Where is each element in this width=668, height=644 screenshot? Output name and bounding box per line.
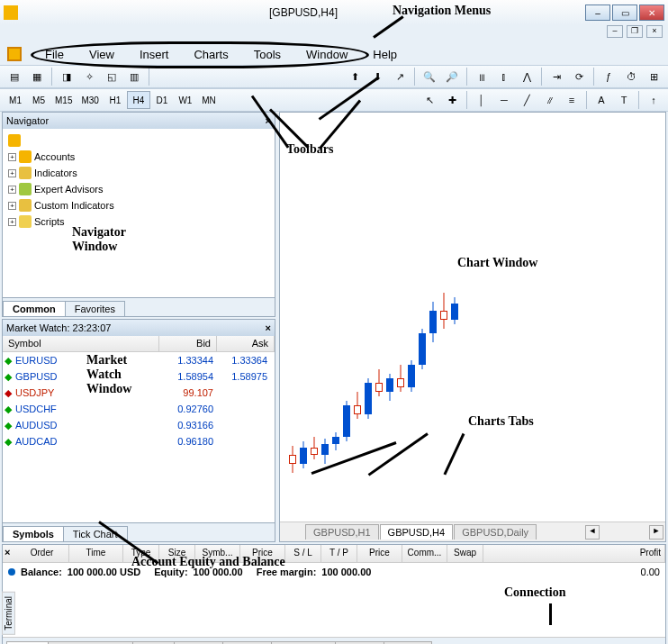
navigator-close-icon[interactable]: × [266,115,271,126]
chart-tab-scroll-right[interactable]: ► [649,525,663,540]
expander-icon[interactable]: + [8,169,16,177]
timeframe-d1[interactable]: D1 [150,91,174,109]
symbol-row-usdchf[interactable]: ◆ USDCHF 0.92760 [3,401,275,417]
trendline-icon[interactable]: ╱ [516,90,537,110]
text-label-icon[interactable]: T [613,90,635,110]
bar-chart-icon[interactable]: ⫼ [471,67,492,86]
chart-tab-gbpusd-daily[interactable]: GBPUSD,Daily [454,524,537,540]
chart-tab-gbpusd-h4[interactable]: GBPUSD,H4 [380,524,454,540]
expander-icon[interactable]: + [8,186,16,194]
symbol-row-audusd[interactable]: ◆ AUDUSD 0.93166 [3,417,275,433]
minimize-button[interactable]: – [585,5,610,21]
zoom-out-icon[interactable]: 🔎 [441,67,463,86]
periods-icon[interactable]: ⏱ [620,67,642,86]
zoom-in-icon[interactable]: 🔍 [419,67,440,86]
profiles-icon[interactable]: ▦ [26,67,48,86]
terminal-col-order[interactable]: Order [15,545,69,562]
timeframe-m5[interactable]: M5 [27,91,50,109]
terminal-col-type[interactable]: Type [123,545,159,562]
fibonacci-icon[interactable]: ≡ [561,90,582,110]
tree-root[interactable] [5,132,273,149]
tree-item-scripts[interactable]: + Scripts [5,213,273,230]
terminal-close-icon[interactable]: × [5,547,10,558]
candle-chart-icon[interactable]: ⫿ [493,67,515,86]
col-symbol[interactable]: Symbol [3,336,159,351]
navigator-tab-common[interactable]: Common [3,301,66,316]
terminal-col-size[interactable]: Size [159,545,195,562]
channel-icon[interactable]: ⫽ [538,90,560,110]
chart-canvas[interactable] [280,113,665,522]
timeframe-m30[interactable]: M30 [77,91,103,109]
symbol-row-usdjpy[interactable]: ◆ USDJPY 99.107 [3,385,275,401]
timeframe-m15[interactable]: M15 [50,91,77,109]
expander-icon[interactable]: + [8,218,16,226]
text-icon[interactable]: A [591,90,612,110]
line-chart-icon[interactable]: ⋀ [516,67,537,86]
terminal-col-t-p[interactable]: T / P [321,545,357,562]
vertical-line-icon[interactable]: │ [471,90,492,110]
chart-tab-scroll-left[interactable]: ◄ [585,525,600,540]
terminal-col-time[interactable]: Time [69,545,123,562]
shift-end-icon[interactable]: ⇥ [546,67,567,86]
timeframe-h1[interactable]: H1 [104,91,127,109]
menu-window[interactable]: Window [293,45,360,64]
horizontal-line-icon[interactable]: ─ [493,90,515,110]
auto-scroll-icon[interactable]: ⟳ [568,67,590,86]
tree-item-indicators[interactable]: + Indicators [5,165,273,181]
maximize-button[interactable]: ▭ [612,5,637,21]
timeframe-m1[interactable]: M1 [4,91,27,109]
navigator-icon[interactable]: ✧ [78,67,100,86]
autotrading-icon[interactable]: ↗ [389,67,411,86]
new-order-icon[interactable]: ⬆ [344,67,366,86]
symbol-row-eurusd[interactable]: ◆ EURUSD 1.33344 1.33364 [3,352,275,368]
tree-item-accounts[interactable]: + Accounts [5,149,273,165]
terminal-col-s-l[interactable]: S / L [285,545,321,562]
expander-icon[interactable]: + [8,202,16,210]
terminal-col-price[interactable]: Price [357,545,402,562]
cursor-icon[interactable]: ↖ [419,90,440,110]
strategy-tester-icon[interactable]: ▥ [123,67,145,86]
terminal-col-price[interactable]: Price [240,545,285,562]
market-watch-close-icon[interactable]: × [266,322,271,333]
menu-tools[interactable]: Tools [241,45,293,64]
col-ask[interactable]: Ask [217,336,275,351]
navigator-tab-favorites[interactable]: Favorites [65,301,125,316]
direction-icon: ◆ [3,387,14,399]
col-bid[interactable]: Bid [159,336,217,351]
timeframe-w1[interactable]: W1 [174,91,197,109]
symbol-row-audcad[interactable]: ◆ AUDCAD 0.96180 [3,433,275,449]
menu-view[interactable]: View [77,45,127,64]
balance-bullet-icon [8,568,15,576]
close-button[interactable]: ✕ [639,5,664,21]
templates-icon[interactable]: ⊞ [643,67,664,86]
chart-tab-gbpusd-h1[interactable]: GBPUSD,H1 [305,524,379,540]
crosshair-icon[interactable]: ✚ [441,90,463,110]
chart-window[interactable]: GBPUSD,H1GBPUSD,H4GBPUSD,Daily ◄ ► [279,112,666,542]
timeframe-h4[interactable]: H4 [127,91,150,109]
mdi-icon[interactable] [7,47,22,61]
menu-help[interactable]: Help [360,45,410,64]
terminal-col-comm-[interactable]: Comm... [402,545,447,562]
child-minimize-button[interactable]: – [607,25,623,38]
indicators-icon[interactable]: ƒ [598,67,619,86]
terminal-icon[interactable]: ◱ [101,67,122,86]
terminal-col-symb-[interactable]: Symb... [195,545,240,562]
market-watch-tab-tick-chart[interactable]: Tick Chart [63,526,128,541]
child-restore-button[interactable]: ❐ [627,25,643,38]
new-chart-icon[interactable]: ▤ [4,67,25,86]
metaeditor-icon[interactable]: ⬇ [366,67,388,86]
menu-file[interactable]: File [32,45,77,64]
symbol-row-gbpusd[interactable]: ◆ GBPUSD 1.58954 1.58975 [3,368,275,385]
expander-icon[interactable]: + [8,153,16,161]
tree-item-expert-advisors[interactable]: + Expert Advisors [5,181,273,197]
menu-charts[interactable]: Charts [181,45,240,64]
market-watch-tab-symbols[interactable]: Symbols [3,526,64,541]
tree-item-custom-indicators[interactable]: + Custom Indicators [5,197,273,213]
timeframe-mn[interactable]: MN [197,91,221,109]
menu-insert[interactable]: Insert [127,45,182,64]
child-close-button[interactable]: × [646,25,663,38]
terminal-col-swap[interactable]: Swap [447,545,483,562]
market-watch-icon[interactable]: ◨ [56,67,77,86]
terminal-col-profit[interactable]: Profit [483,545,665,562]
arrows-icon[interactable]: ↑ [643,90,664,110]
